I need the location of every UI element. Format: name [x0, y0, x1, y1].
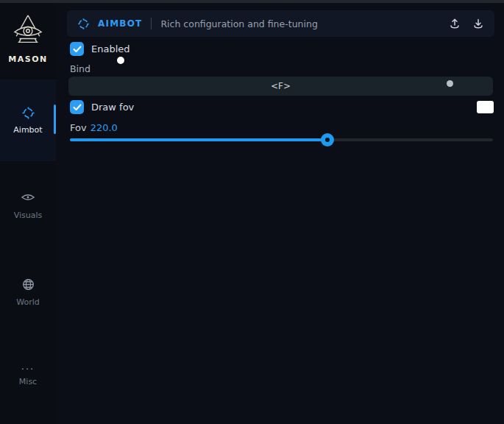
upload-icon[interactable] [449, 18, 461, 29]
sidebar-item-world[interactable]: World [0, 278, 56, 312]
fov-slider[interactable] [70, 138, 493, 141]
sidebar-item-label: Misc [0, 377, 56, 386]
bind-value: <F> [271, 81, 291, 91]
enabled-checkbox[interactable] [70, 42, 84, 56]
sidebar-item-visuals[interactable]: Visuals [0, 191, 56, 225]
draw-fov-checkbox[interactable] [70, 100, 84, 114]
page-title: AIMBOT [98, 18, 142, 29]
fov-color-swatch[interactable] [477, 101, 494, 113]
sidebar-item-label: World [0, 297, 56, 307]
fov-slider-fill [70, 138, 327, 141]
crosshair-icon [21, 106, 35, 119]
fov-label: Fov [70, 122, 87, 133]
sidebar-item-label: Visuals [0, 211, 56, 220]
draw-fov-label: Draw fov [91, 102, 134, 113]
download-icon[interactable] [472, 18, 484, 29]
bind-indicator-dot [447, 80, 453, 87]
page-header: AIMBOT Rich configuration and fine-tunin… [67, 10, 494, 37]
fov-value: 220.0 [90, 122, 118, 133]
globe-icon [22, 278, 35, 292]
enabled-checkbox-row[interactable]: Enabled [70, 42, 130, 56]
app-logo: MASON [0, 13, 56, 64]
main-panel: AIMBOT Rich configuration and fine-tunin… [56, 3, 504, 424]
ellipsis-icon: ··· [0, 365, 56, 374]
logo-text: MASON [0, 54, 56, 64]
mason-eye-pyramid-icon [11, 13, 45, 50]
crosshair-icon [77, 18, 90, 30]
sidebar-item-aimbot[interactable]: Aimbot [0, 80, 56, 161]
sidebar: MASON Aimbot Visuals World [0, 3, 56, 424]
fov-label-row: Fov220.0 [70, 122, 118, 133]
sidebar-item-misc[interactable]: ··· Misc [0, 365, 56, 399]
bind-keybind-input[interactable]: <F> [68, 77, 493, 96]
eye-icon [21, 191, 35, 205]
draw-fov-checkbox-row[interactable]: Draw fov [70, 100, 134, 114]
mouse-cursor-dot [117, 57, 124, 64]
header-divider [151, 18, 152, 29]
fov-slider-handle[interactable] [321, 133, 334, 146]
sidebar-item-label: Aimbot [0, 125, 56, 135]
enabled-label: Enabled [91, 43, 130, 54]
bind-label: Bind [70, 63, 90, 74]
page-subtitle: Rich configuration and fine-tuning [160, 18, 449, 29]
